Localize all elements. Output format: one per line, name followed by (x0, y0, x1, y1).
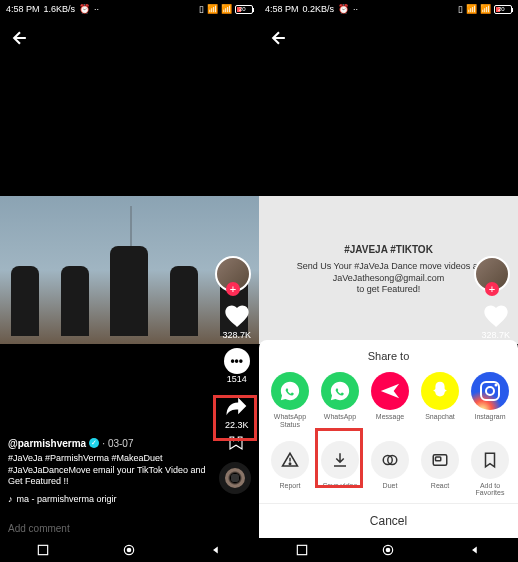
status-time: 4:58 PM (265, 4, 299, 14)
verified-icon: ✓ (89, 438, 99, 448)
signal-icon: 📶 (221, 4, 232, 14)
highlight-annotation (315, 428, 363, 488)
like-button[interactable]: 328.7K (222, 302, 251, 340)
music-icon: ♪ (8, 494, 13, 504)
highlight-annotation (213, 395, 257, 441)
signal-icon: 📶 (466, 4, 477, 14)
post-date: 03-07 (108, 438, 134, 449)
nav-back[interactable] (209, 543, 223, 557)
nav-recent[interactable] (36, 543, 50, 557)
svg-rect-12 (436, 457, 441, 461)
action-report[interactable]: Report (265, 441, 315, 497)
battery-icon: 20 (235, 5, 253, 14)
comment-button[interactable]: ••• 1514 (224, 348, 250, 384)
svg-rect-14 (297, 545, 306, 554)
share-app-instagram[interactable]: Instagram (465, 372, 515, 428)
sim-icon: ▯ (199, 4, 204, 14)
add-comment-input[interactable]: Add comment (8, 523, 70, 534)
alarm-icon: ⏰ (79, 4, 90, 14)
share-sheet: Share to WhatsApp StatusWhatsAppMessageS… (259, 340, 518, 538)
action-duet[interactable]: Duet (365, 441, 415, 497)
nav-back[interactable] (468, 543, 482, 557)
left-screenshot: 4:58 PM 1.6KB/s ⏰ ·· ▯ 📶 📶 20 (0, 0, 259, 562)
like-button[interactable]: 328.7K (481, 302, 510, 340)
share-title: Share to (259, 350, 518, 362)
more-icon: ·· (353, 4, 358, 14)
like-count: 328.7K (481, 330, 510, 340)
creator-avatar[interactable] (474, 256, 510, 292)
sim-icon: ▯ (458, 4, 463, 14)
music-disc[interactable] (219, 462, 251, 494)
video-text-2: JaVeJathesong@gmail.com (333, 273, 445, 285)
alarm-icon: ⏰ (338, 4, 349, 14)
action-react[interactable]: React (415, 441, 465, 497)
username[interactable]: @parmishverma (8, 438, 86, 449)
nav-home[interactable] (381, 543, 395, 557)
video-text-1: Send Us Your #JaVeJa Dance move videos a… (297, 261, 481, 273)
music-info[interactable]: ♪ ma - parmishverma origir (8, 494, 209, 504)
signal-icon: 📶 (480, 4, 491, 14)
comment-count: 1514 (227, 374, 247, 384)
right-screenshot: 4:58 PM 0.2KB/s ⏰ ·· ▯ 📶 📶 20 #JAVEJA #T… (259, 0, 518, 562)
share-app-message[interactable]: Message (365, 372, 415, 428)
status-bar: 4:58 PM 1.6KB/s ⏰ ·· ▯ 📶 📶 20 (0, 0, 259, 18)
svg-point-16 (386, 548, 391, 553)
cancel-button[interactable]: Cancel (259, 503, 518, 538)
caption: #JaVeJa #ParmishVerma #MakeaDuet #JaVeJa… (8, 453, 209, 488)
battery-icon: 20 (494, 5, 512, 14)
action-add-to-favorites[interactable]: Add to Favorites (465, 441, 515, 497)
svg-rect-0 (38, 545, 47, 554)
creator-avatar[interactable] (215, 256, 251, 292)
back-button[interactable] (10, 28, 30, 53)
share-app-whatsapp-status[interactable]: WhatsApp Status (265, 372, 315, 428)
svg-point-8 (289, 463, 291, 465)
nav-bar (259, 538, 518, 562)
status-bar: 4:58 PM 0.2KB/s ⏰ ·· ▯ 📶 📶 20 (259, 0, 518, 18)
video-info: @parmishverma ✓ · 03-07 #JaVeJa #Parmish… (8, 438, 209, 504)
status-speed: 0.2KB/s (303, 4, 335, 14)
video-hashtags: #JAVEJA #TIKTOK (344, 244, 433, 255)
nav-bar (0, 538, 259, 562)
back-button[interactable] (269, 28, 289, 53)
nav-recent[interactable] (295, 543, 309, 557)
svg-point-3 (471, 372, 509, 410)
svg-point-2 (127, 548, 132, 553)
nav-home[interactable] (122, 543, 136, 557)
more-icon: ·· (94, 4, 99, 14)
share-app-snapchat[interactable]: Snapchat (415, 372, 465, 428)
svg-point-6 (495, 384, 498, 387)
status-time: 4:58 PM (6, 4, 40, 14)
share-app-whatsapp[interactable]: WhatsApp (315, 372, 365, 428)
signal-icon: 📶 (207, 4, 218, 14)
status-speed: 1.6KB/s (44, 4, 76, 14)
like-count: 328.7K (222, 330, 251, 340)
video-text-3: to get Featured! (357, 284, 421, 296)
